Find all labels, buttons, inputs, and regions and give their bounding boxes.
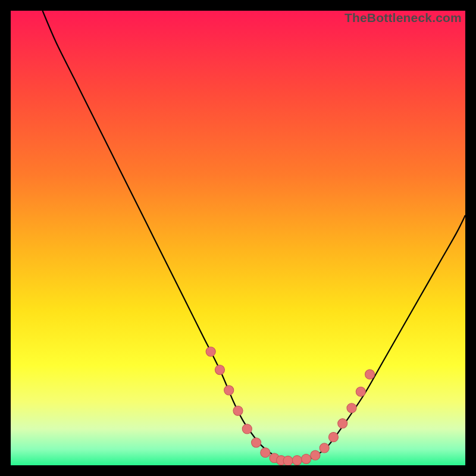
marker-point — [206, 347, 215, 356]
marker-point — [365, 369, 375, 379]
marker-point — [252, 438, 261, 447]
marker-point — [328, 433, 338, 442]
curve-layer — [11, 11, 465, 465]
marker-point — [338, 419, 347, 428]
marker-point — [215, 365, 224, 375]
marker-point — [320, 443, 329, 453]
watermark-text: TheBottleneck.com — [345, 11, 462, 25]
marker-point — [347, 403, 356, 413]
chart-frame: TheBottleneck.com — [0, 0, 476, 476]
marker-point — [302, 454, 311, 464]
bottleneck-curve — [42, 11, 465, 461]
plot-area: TheBottleneck.com — [11, 11, 465, 465]
marker-point — [242, 424, 252, 434]
marker-point — [283, 456, 293, 465]
marker-point — [356, 387, 365, 396]
marker-point — [233, 406, 243, 415]
marker-point — [292, 456, 302, 465]
marker-point — [261, 448, 270, 458]
marker-point — [311, 450, 320, 460]
marker-point — [224, 386, 234, 395]
highlight-markers — [206, 347, 374, 465]
